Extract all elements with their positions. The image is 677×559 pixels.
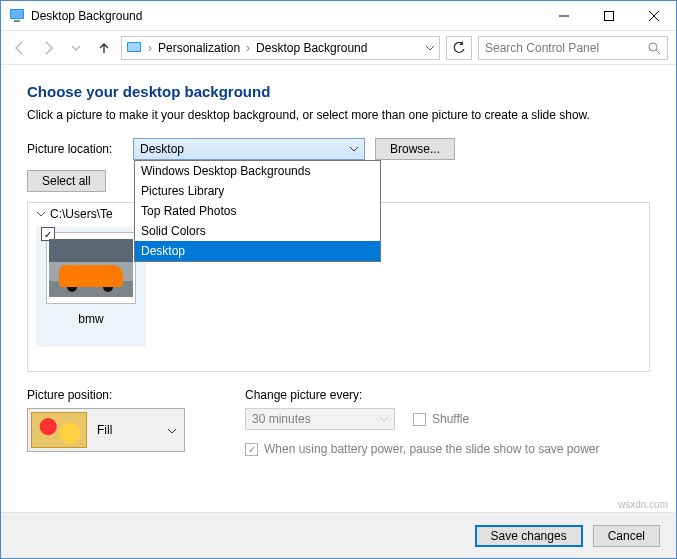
picture-location-label: Picture location:	[27, 142, 123, 156]
window-title: Desktop Background	[31, 9, 142, 23]
minimize-button[interactable]	[541, 1, 586, 30]
chevron-down-icon	[378, 413, 390, 425]
address-bar[interactable]: › Personalization › Desktop Background	[121, 36, 440, 60]
svg-rect-8	[128, 43, 140, 51]
save-changes-button[interactable]: Save changes	[475, 525, 583, 547]
group-path: C:\Users\Te	[50, 207, 113, 221]
battery-pause-label: When using battery power, pause the slid…	[264, 442, 600, 456]
svg-rect-1	[11, 10, 23, 18]
refresh-button[interactable]	[446, 36, 472, 60]
chevron-right-icon: ›	[148, 41, 152, 55]
app-icon	[9, 8, 25, 24]
breadcrumb-desktop-background[interactable]: Desktop Background	[256, 41, 367, 55]
up-button[interactable]	[93, 37, 115, 59]
thumbnail-image	[49, 239, 133, 297]
picture-position-value: Fill	[97, 423, 112, 437]
watermark: wsxdn.com	[618, 499, 668, 510]
option-windows-desktop-backgrounds[interactable]: Windows Desktop Backgrounds	[135, 161, 380, 181]
titlebar: Desktop Background	[1, 1, 676, 31]
svg-rect-4	[604, 11, 613, 20]
chevron-down-icon	[166, 425, 178, 437]
svg-rect-2	[14, 20, 20, 22]
shuffle-label: Shuffle	[432, 412, 469, 426]
shuffle-checkbox	[413, 413, 426, 426]
chevron-down-icon	[348, 143, 360, 155]
picture-location-dropdown: Windows Desktop Backgrounds Pictures Lib…	[134, 160, 381, 262]
picture-position-block: Picture position: Fill	[27, 388, 185, 456]
page-title: Choose your desktop background	[27, 83, 650, 100]
svg-point-9	[649, 43, 657, 51]
change-picture-value: 30 minutes	[252, 412, 311, 426]
picture-position-label: Picture position:	[27, 388, 185, 402]
nav-row: › Personalization › Desktop Background S…	[1, 31, 676, 65]
thumbnail-item[interactable]: ✓ bmw	[36, 227, 146, 347]
chevron-right-icon: ›	[246, 41, 250, 55]
chevron-down-icon[interactable]	[425, 43, 435, 53]
change-picture-label: Change picture every:	[245, 388, 600, 402]
battery-pause-checkbox: ✓	[245, 443, 258, 456]
maximize-button[interactable]	[586, 1, 631, 30]
back-button[interactable]	[9, 37, 31, 59]
option-solid-colors[interactable]: Solid Colors	[135, 221, 380, 241]
thumbnail-caption: bmw	[78, 312, 103, 326]
picture-position-swatch	[31, 412, 87, 448]
chevron-down-icon	[36, 209, 46, 219]
option-top-rated-photos[interactable]: Top Rated Photos	[135, 201, 380, 221]
close-button[interactable]	[631, 1, 676, 30]
picture-location-value: Desktop	[140, 142, 184, 156]
option-desktop[interactable]: Desktop	[135, 241, 380, 261]
cancel-button[interactable]: Cancel	[593, 525, 660, 547]
control-panel-icon	[126, 41, 142, 55]
content-area: Choose your desktop background Click a p…	[1, 65, 676, 512]
option-pictures-library[interactable]: Pictures Library	[135, 181, 380, 201]
svg-line-10	[656, 50, 660, 54]
thumbnail-preview: ✓	[46, 232, 136, 304]
footer: Save changes Cancel	[1, 512, 676, 558]
select-all-button[interactable]: Select all	[27, 170, 106, 192]
change-picture-block: Change picture every: 30 minutes Shuffle…	[245, 388, 600, 456]
search-icon	[647, 41, 661, 55]
browse-button[interactable]: Browse...	[375, 138, 455, 160]
search-placeholder: Search Control Panel	[485, 41, 599, 55]
forward-button[interactable]	[37, 37, 59, 59]
picture-location-combo[interactable]: Desktop Windows Desktop Backgrounds Pict…	[133, 138, 365, 160]
breadcrumb-personalization[interactable]: Personalization	[158, 41, 240, 55]
search-input[interactable]: Search Control Panel	[478, 36, 668, 60]
picture-position-select[interactable]: Fill	[27, 408, 185, 452]
recent-locations-button[interactable]	[65, 37, 87, 59]
page-description: Click a picture to make it your desktop …	[27, 108, 650, 122]
control-panel-window: Desktop Background › Personalization › D…	[0, 0, 677, 559]
change-picture-select: 30 minutes	[245, 408, 395, 430]
